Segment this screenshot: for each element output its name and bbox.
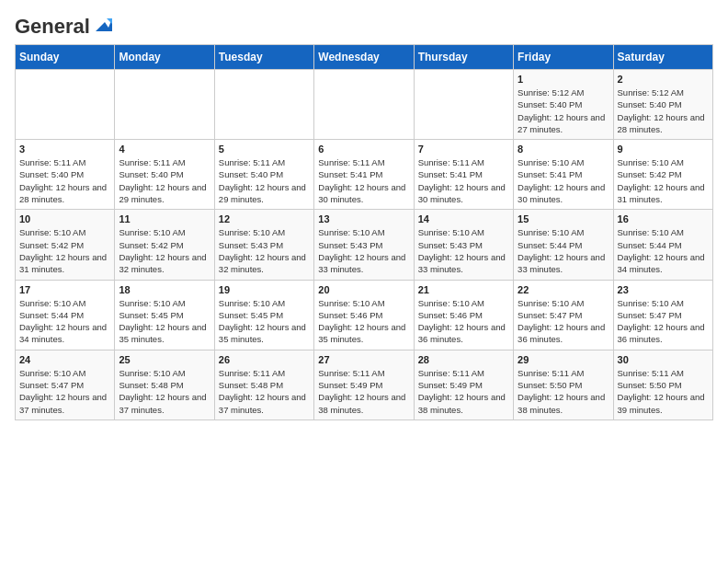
calendar-cell: 24Sunrise: 5:10 AMSunset: 5:47 PMDayligh… (16, 350, 115, 419)
calendar-cell: 3Sunrise: 5:11 AMSunset: 5:40 PMDaylight… (16, 140, 115, 210)
calendar-cell: 25Sunrise: 5:10 AMSunset: 5:48 PMDayligh… (115, 350, 214, 419)
calendar-cell: 5Sunrise: 5:11 AMSunset: 5:40 PMDaylight… (214, 140, 313, 210)
day-info: Sunrise: 5:10 AMSunset: 5:46 PMDaylight:… (418, 297, 509, 346)
day-info: Sunrise: 5:10 AMSunset: 5:45 PMDaylight:… (219, 297, 310, 346)
calendar-cell: 16Sunrise: 5:10 AMSunset: 5:44 PMDayligh… (613, 210, 712, 280)
day-info: Sunrise: 5:10 AMSunset: 5:42 PMDaylight:… (618, 156, 709, 205)
day-info: Sunrise: 5:11 AMSunset: 5:41 PMDaylight:… (418, 156, 509, 205)
day-info: Sunrise: 5:10 AMSunset: 5:44 PMDaylight:… (618, 226, 709, 275)
day-number: 26 (219, 354, 310, 365)
calendar-header-wednesday: Wednesday (314, 45, 414, 70)
day-info: Sunrise: 5:10 AMSunset: 5:46 PMDaylight:… (318, 297, 409, 346)
calendar-cell (16, 70, 115, 140)
calendar-week-3: 10Sunrise: 5:10 AMSunset: 5:42 PMDayligh… (16, 210, 713, 280)
day-info: Sunrise: 5:11 AMSunset: 5:49 PMDaylight:… (418, 367, 509, 416)
day-info: Sunrise: 5:12 AMSunset: 5:40 PMDaylight:… (518, 86, 609, 135)
day-number: 18 (119, 284, 210, 295)
logo-general: General (15, 15, 90, 39)
logo-icon (92, 15, 112, 35)
day-number: 28 (418, 354, 509, 365)
day-number: 12 (219, 213, 310, 224)
day-number: 5 (219, 144, 310, 155)
day-info: Sunrise: 5:11 AMSunset: 5:41 PMDaylight:… (318, 156, 409, 205)
logo: General (15, 15, 112, 35)
day-number: 27 (318, 354, 409, 365)
calendar-cell: 15Sunrise: 5:10 AMSunset: 5:44 PMDayligh… (514, 210, 613, 280)
calendar-table: SundayMondayTuesdayWednesdayThursdayFrid… (15, 44, 713, 420)
day-info: Sunrise: 5:11 AMSunset: 5:50 PMDaylight:… (618, 367, 709, 416)
calendar-cell: 29Sunrise: 5:11 AMSunset: 5:50 PMDayligh… (514, 350, 613, 419)
day-info: Sunrise: 5:10 AMSunset: 5:47 PMDaylight:… (618, 297, 709, 346)
day-number: 1 (518, 74, 609, 85)
calendar-cell: 7Sunrise: 5:11 AMSunset: 5:41 PMDaylight… (414, 140, 513, 210)
day-number: 30 (618, 354, 709, 365)
day-info: Sunrise: 5:10 AMSunset: 5:47 PMDaylight:… (19, 367, 110, 416)
day-info: Sunrise: 5:10 AMSunset: 5:44 PMDaylight:… (19, 297, 110, 346)
day-number: 3 (19, 144, 110, 155)
calendar-cell: 28Sunrise: 5:11 AMSunset: 5:49 PMDayligh… (414, 350, 513, 419)
day-number: 15 (518, 213, 609, 224)
day-number: 21 (418, 284, 509, 295)
calendar-header-sunday: Sunday (16, 45, 115, 70)
day-info: Sunrise: 5:11 AMSunset: 5:49 PMDaylight:… (318, 367, 409, 416)
day-number: 16 (618, 213, 709, 224)
calendar-week-5: 24Sunrise: 5:10 AMSunset: 5:47 PMDayligh… (16, 350, 713, 419)
day-info: Sunrise: 5:10 AMSunset: 5:42 PMDaylight:… (119, 226, 210, 275)
day-number: 2 (618, 74, 709, 85)
calendar-cell: 30Sunrise: 5:11 AMSunset: 5:50 PMDayligh… (613, 350, 712, 419)
calendar-cell: 13Sunrise: 5:10 AMSunset: 5:43 PMDayligh… (314, 210, 414, 280)
calendar-header-thursday: Thursday (414, 45, 513, 70)
day-number: 6 (318, 144, 409, 155)
day-number: 24 (19, 354, 110, 365)
calendar-cell: 10Sunrise: 5:10 AMSunset: 5:42 PMDayligh… (16, 210, 115, 280)
day-info: Sunrise: 5:10 AMSunset: 5:48 PMDaylight:… (119, 367, 210, 416)
calendar-cell (115, 70, 214, 140)
calendar-header-tuesday: Tuesday (214, 45, 313, 70)
day-number: 11 (119, 213, 210, 224)
day-number: 25 (119, 354, 210, 365)
calendar-header-saturday: Saturday (613, 45, 712, 70)
day-number: 19 (219, 284, 310, 295)
day-info: Sunrise: 5:11 AMSunset: 5:40 PMDaylight:… (19, 156, 110, 205)
day-number: 17 (19, 284, 110, 295)
calendar-week-1: 1Sunrise: 5:12 AMSunset: 5:40 PMDaylight… (16, 70, 713, 140)
calendar-week-2: 3Sunrise: 5:11 AMSunset: 5:40 PMDaylight… (16, 140, 713, 210)
day-number: 22 (518, 284, 609, 295)
calendar-header-friday: Friday (514, 45, 613, 70)
calendar-header-monday: Monday (115, 45, 214, 70)
calendar-cell: 17Sunrise: 5:10 AMSunset: 5:44 PMDayligh… (16, 280, 115, 350)
page-header: General (15, 15, 713, 35)
day-number: 10 (19, 213, 110, 224)
calendar-cell: 11Sunrise: 5:10 AMSunset: 5:42 PMDayligh… (115, 210, 214, 280)
day-info: Sunrise: 5:11 AMSunset: 5:48 PMDaylight:… (219, 367, 310, 416)
calendar-cell: 23Sunrise: 5:10 AMSunset: 5:47 PMDayligh… (613, 280, 712, 350)
day-info: Sunrise: 5:11 AMSunset: 5:40 PMDaylight:… (119, 156, 210, 205)
calendar-cell: 4Sunrise: 5:11 AMSunset: 5:40 PMDaylight… (115, 140, 214, 210)
day-info: Sunrise: 5:10 AMSunset: 5:42 PMDaylight:… (19, 226, 110, 275)
day-info: Sunrise: 5:10 AMSunset: 5:45 PMDaylight:… (119, 297, 210, 346)
day-number: 9 (618, 144, 709, 155)
calendar-cell: 1Sunrise: 5:12 AMSunset: 5:40 PMDaylight… (514, 70, 613, 140)
calendar-cell: 21Sunrise: 5:10 AMSunset: 5:46 PMDayligh… (414, 280, 513, 350)
calendar-cell: 20Sunrise: 5:10 AMSunset: 5:46 PMDayligh… (314, 280, 414, 350)
calendar-cell: 9Sunrise: 5:10 AMSunset: 5:42 PMDaylight… (613, 140, 712, 210)
day-info: Sunrise: 5:12 AMSunset: 5:40 PMDaylight:… (618, 86, 709, 135)
calendar-cell: 26Sunrise: 5:11 AMSunset: 5:48 PMDayligh… (214, 350, 313, 419)
calendar-cell: 6Sunrise: 5:11 AMSunset: 5:41 PMDaylight… (314, 140, 414, 210)
day-info: Sunrise: 5:11 AMSunset: 5:50 PMDaylight:… (518, 367, 609, 416)
day-number: 20 (318, 284, 409, 295)
calendar-cell (214, 70, 313, 140)
day-number: 29 (518, 354, 609, 365)
day-number: 13 (318, 213, 409, 224)
calendar-cell: 19Sunrise: 5:10 AMSunset: 5:45 PMDayligh… (214, 280, 313, 350)
day-info: Sunrise: 5:10 AMSunset: 5:47 PMDaylight:… (518, 297, 609, 346)
day-info: Sunrise: 5:10 AMSunset: 5:44 PMDaylight:… (518, 226, 609, 275)
day-info: Sunrise: 5:11 AMSunset: 5:40 PMDaylight:… (219, 156, 310, 205)
day-number: 23 (618, 284, 709, 295)
calendar-cell: 18Sunrise: 5:10 AMSunset: 5:45 PMDayligh… (115, 280, 214, 350)
day-number: 8 (518, 144, 609, 155)
calendar-cell (314, 70, 414, 140)
day-info: Sunrise: 5:10 AMSunset: 5:43 PMDaylight:… (219, 226, 310, 275)
calendar-cell: 8Sunrise: 5:10 AMSunset: 5:41 PMDaylight… (514, 140, 613, 210)
calendar-header-row: SundayMondayTuesdayWednesdayThursdayFrid… (16, 45, 713, 70)
